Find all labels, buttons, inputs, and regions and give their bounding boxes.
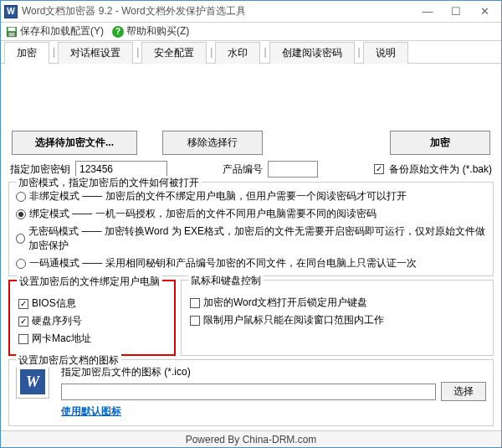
- mode-legend: 加密模式，指定加密后的文件如何被打开: [16, 176, 202, 190]
- status-bar: Powered By China-DRM.com: [1, 430, 501, 447]
- key-label: 指定加密密钥: [10, 162, 70, 177]
- remove-row-button[interactable]: 移除选择行: [162, 131, 263, 155]
- menubar: 保存和加载配置(Y) ? 帮助和购买(Z): [1, 23, 501, 41]
- svg-rect-1: [8, 27, 16, 30]
- close-button[interactable]: ✕: [476, 4, 493, 19]
- select-files-button[interactable]: 选择待加密文件...: [12, 131, 137, 155]
- product-label: 产品编号: [223, 162, 263, 177]
- tab-watermark[interactable]: 水印: [215, 42, 260, 64]
- browse-icon-button[interactable]: 选择: [441, 382, 486, 401]
- file-list-area: [3, 66, 499, 127]
- mode-nonbind-radio[interactable]: [16, 192, 26, 202]
- titlebar: W Word文档加密器 9.2 - Word文档外发保护首选工具 — ☐ ✕: [1, 1, 501, 23]
- encryption-key-input[interactable]: [75, 161, 167, 178]
- tab-create-password[interactable]: 创建阅读密码: [269, 42, 355, 64]
- binding-group: 设置加密后的文件绑定用户电脑 BIOS信息 硬盘序列号 网卡Mac地址: [8, 280, 176, 356]
- mode-nopassword-radio[interactable]: [16, 234, 25, 244]
- mode-onecode-radio[interactable]: [16, 259, 26, 269]
- mouse-keyboard-group: 鼠标和键盘控制 加密的Word文档打开后锁定用户键盘 限制用户鼠标只能在阅读窗口…: [181, 280, 494, 356]
- backup-checkbox[interactable]: [374, 164, 384, 174]
- menu-help-buy[interactable]: ? 帮助和购买(Z): [112, 24, 189, 39]
- bind-legend: 设置加密后的文件绑定用户电脑: [17, 275, 162, 289]
- lock-keyboard-checkbox[interactable]: [190, 298, 200, 308]
- tab-content: 选择待加密文件... 移除选择行 加密 指定加密密钥 产品编号 备份原始文件为 …: [1, 63, 501, 430]
- default-icon-link[interactable]: 使用默认图标: [61, 405, 121, 417]
- backup-label: 备份原始文件为 (*.bak): [389, 162, 492, 177]
- save-icon: [6, 26, 18, 38]
- tab-instructions[interactable]: 说明: [363, 42, 408, 64]
- mac-checkbox[interactable]: [18, 334, 28, 344]
- svg-rect-2: [9, 32, 15, 35]
- tab-encrypt[interactable]: 加密: [4, 42, 49, 64]
- product-number-input[interactable]: [268, 161, 318, 178]
- hdd-checkbox[interactable]: [18, 317, 28, 327]
- window-title: Word文档加密器 9.2 - Word文档外发保护首选工具: [22, 4, 419, 18]
- tab-dialog[interactable]: 对话框设置: [58, 42, 133, 64]
- minimize-button[interactable]: —: [419, 4, 436, 19]
- mouse-legend: 鼠标和键盘控制: [188, 274, 264, 288]
- tab-security[interactable]: 安全配置: [141, 42, 207, 64]
- bios-checkbox[interactable]: [18, 299, 28, 309]
- icon-legend: 设置加密后文档的图标: [16, 353, 121, 368]
- encrypt-button[interactable]: 加密: [390, 131, 490, 155]
- icon-path-input[interactable]: [61, 384, 436, 400]
- word-icon-preview: W: [16, 365, 49, 399]
- icon-group: 设置加密后文档的图标 W 指定加密后文件的图标 (*.ico) 选择 使用默认图…: [8, 359, 494, 426]
- maximize-button[interactable]: ☐: [448, 4, 464, 19]
- encryption-mode-group: 加密模式，指定加密后的文件如何被打开 非绑定模式 —— 加密后的文件不绑定用户电…: [8, 182, 494, 276]
- help-icon: ?: [112, 26, 124, 38]
- menu-save-config[interactable]: 保存和加载配置(Y): [6, 24, 104, 39]
- restrict-mouse-checkbox[interactable]: [190, 316, 200, 326]
- mode-bind-radio[interactable]: [16, 209, 26, 219]
- tab-bar: 加密| 对话框设置| 安全配置| 水印| 创建阅读密码| 说明: [1, 41, 501, 63]
- app-icon: W: [4, 5, 18, 18]
